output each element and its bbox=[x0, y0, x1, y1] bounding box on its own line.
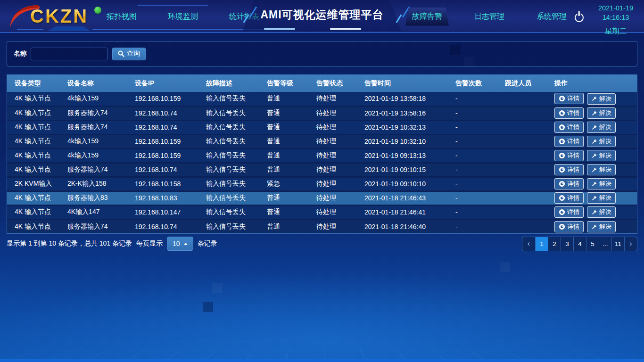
detail-button[interactable]: 详情 bbox=[554, 93, 584, 104]
cell-status: 待处理 bbox=[309, 120, 357, 134]
detail-button[interactable]: 详情 bbox=[554, 192, 584, 204]
cell-name: 4k输入159 bbox=[60, 148, 127, 163]
page-number-button[interactable]: 3 bbox=[561, 237, 573, 251]
nav-item-topology[interactable]: 拓扑视图 bbox=[100, 8, 143, 26]
wrench-icon bbox=[591, 153, 597, 159]
page-number-button[interactable]: 2 bbox=[548, 237, 561, 251]
page-size-select[interactable]: 10 bbox=[167, 237, 193, 251]
resolve-button-label: 解决 bbox=[599, 180, 611, 188]
detail-button[interactable]: 详情 bbox=[554, 122, 584, 133]
table-row[interactable]: 4K 输入节点服务器输入74192.168.10.74输入信号丢失普通待处理20… bbox=[7, 163, 637, 177]
page-size-value: 10 bbox=[173, 240, 180, 247]
page-number-button[interactable]: 5 bbox=[586, 237, 599, 251]
power-button[interactable] bbox=[573, 11, 585, 23]
cell-ip: 192.168.10.74 bbox=[127, 120, 198, 134]
cell-name: 服务器输入74 bbox=[60, 163, 127, 177]
table-row[interactable]: 4K 输入节点服务器输入83192.168.10.83输入信号丢失普通待处理20… bbox=[7, 191, 637, 205]
col-device-name: 设备名称 bbox=[60, 74, 127, 92]
cell-type: 4K 输入节点 bbox=[7, 92, 60, 106]
table-row[interactable]: 4K 输入节点服务器输入74192.168.10.74输入信号丢失普通待处理20… bbox=[7, 106, 637, 120]
cell-ip: 192.168.10.147 bbox=[127, 205, 198, 219]
search-button[interactable]: 查询 bbox=[112, 48, 146, 60]
cell-name: 4k输入159 bbox=[60, 92, 127, 106]
resolve-button[interactable]: 解决 bbox=[587, 221, 616, 232]
table-row[interactable]: 4K 输入节点4k输入159192.168.10.159输入信号丢失普通待处理2… bbox=[7, 134, 637, 148]
detail-button[interactable]: 详情 bbox=[554, 150, 584, 161]
table-row[interactable]: 4K 输入节点4K输入147192.168.10.147输入信号丢失普通待处理2… bbox=[7, 205, 637, 219]
wrench-icon bbox=[591, 167, 597, 173]
cell-time: 2021-01-18 21:46:40 bbox=[357, 219, 448, 233]
cell-actions: 详情解决 bbox=[547, 163, 637, 177]
cell-status: 待处理 bbox=[309, 205, 357, 219]
detail-button[interactable]: 详情 bbox=[554, 221, 584, 232]
detail-button[interactable]: 详情 bbox=[554, 136, 584, 147]
eye-icon bbox=[559, 209, 565, 215]
nav-item-environment[interactable]: 环境监测 bbox=[161, 8, 205, 26]
nav-item-fault-alarm[interactable]: 故障告警 bbox=[405, 8, 449, 26]
detail-button[interactable]: 详情 bbox=[554, 164, 584, 175]
eye-icon bbox=[559, 110, 565, 116]
cell-count: - bbox=[448, 163, 497, 177]
table-row[interactable]: 4K 输入节点4k输入159192.168.10.159输入信号丢失普通待处理2… bbox=[7, 92, 637, 106]
cell-actions: 详情解决 bbox=[547, 134, 637, 148]
cell-fault: 输入信号丢失 bbox=[198, 148, 259, 163]
table-row[interactable]: 4K 输入节点4k输入159192.168.10.159输入信号丢失普通待处理2… bbox=[7, 148, 637, 163]
table-row[interactable]: 4K 输入节点服务器输入74192.168.10.74输入信号丢失普通待处理20… bbox=[7, 120, 637, 134]
resolve-button[interactable]: 解决 bbox=[587, 122, 616, 133]
cell-fault: 输入信号丢失 bbox=[198, 219, 259, 233]
wrench-icon bbox=[591, 110, 597, 116]
cell-follower bbox=[497, 92, 547, 106]
cell-time: 2021-01-18 21:46:41 bbox=[357, 205, 448, 219]
cell-time: 2021-01-19 13:58:18 bbox=[357, 92, 448, 106]
detail-button-label: 详情 bbox=[567, 94, 579, 103]
cell-ip: 192.168.10.159 bbox=[127, 148, 198, 163]
resolve-button[interactable]: 解决 bbox=[587, 93, 616, 105]
page-number-button[interactable]: 1 bbox=[535, 237, 548, 251]
table-row[interactable]: 2K KVM输入2K-K输入158192.168.10.158输入信号丢失紧急待… bbox=[7, 177, 637, 191]
page-next-button[interactable]: › bbox=[624, 237, 637, 251]
search-label: 名称 bbox=[14, 49, 27, 58]
cell-type: 4K 输入节点 bbox=[7, 219, 60, 233]
col-device-type: 设备类型 bbox=[7, 74, 60, 92]
cell-ip: 192.168.10.74 bbox=[127, 163, 198, 177]
detail-button-label: 详情 bbox=[567, 194, 579, 202]
nav-item-system-management[interactable]: 系统管理 bbox=[530, 8, 573, 26]
detail-button[interactable]: 详情 bbox=[554, 107, 584, 119]
page-ellipsis-button[interactable]: ... bbox=[599, 237, 611, 251]
nav-item-log-management[interactable]: 日志管理 bbox=[468, 8, 511, 26]
cell-actions: 详情解决 bbox=[547, 219, 637, 233]
resolve-button[interactable]: 解决 bbox=[587, 107, 616, 119]
eye-icon bbox=[559, 95, 565, 102]
cell-fault: 输入信号丢失 bbox=[198, 120, 259, 134]
resolve-button[interactable]: 解决 bbox=[587, 164, 616, 175]
col-alarm-level: 告警等级 bbox=[259, 74, 309, 92]
resolve-button[interactable]: 解决 bbox=[587, 150, 616, 161]
page-number-button[interactable]: 11 bbox=[611, 237, 624, 251]
page-prev-button[interactable]: ‹ bbox=[522, 237, 535, 251]
power-icon bbox=[575, 13, 584, 22]
cell-ip: 192.168.10.159 bbox=[127, 92, 198, 106]
resolve-button-label: 解决 bbox=[599, 222, 611, 231]
weekday-text: 星期二 bbox=[591, 26, 640, 36]
cell-status: 待处理 bbox=[309, 106, 357, 120]
cell-actions: 详情解决 bbox=[547, 120, 637, 134]
table-row[interactable]: 4K 输入节点服务器输入74192.168.10.74输入信号丢失普通待处理20… bbox=[7, 219, 637, 233]
cell-fault: 输入信号丢失 bbox=[198, 205, 259, 219]
search-input[interactable] bbox=[31, 48, 107, 60]
detail-button[interactable]: 详情 bbox=[554, 178, 584, 189]
wrench-icon bbox=[591, 139, 597, 145]
detail-button-label: 详情 bbox=[567, 151, 579, 160]
cell-follower bbox=[497, 120, 547, 134]
resolve-button[interactable]: 解决 bbox=[587, 178, 616, 189]
resolve-button[interactable]: 解决 bbox=[587, 192, 616, 204]
resolve-button[interactable]: 解决 bbox=[587, 206, 616, 218]
cell-follower bbox=[497, 177, 547, 191]
app-root: CKZN 拓扑视图 环境监测 统计报表 AMI可视化运维管理平台 故障告警 日志… bbox=[0, 0, 644, 362]
page-number-button[interactable]: 4 bbox=[573, 237, 586, 251]
resolve-button[interactable]: 解决 bbox=[587, 136, 616, 147]
cell-count: - bbox=[448, 148, 497, 163]
magnifier-icon bbox=[118, 50, 124, 57]
detail-button[interactable]: 详情 bbox=[554, 206, 584, 218]
cell-name: 服务器输入74 bbox=[60, 106, 127, 120]
cell-name: 服务器输入74 bbox=[60, 120, 127, 134]
